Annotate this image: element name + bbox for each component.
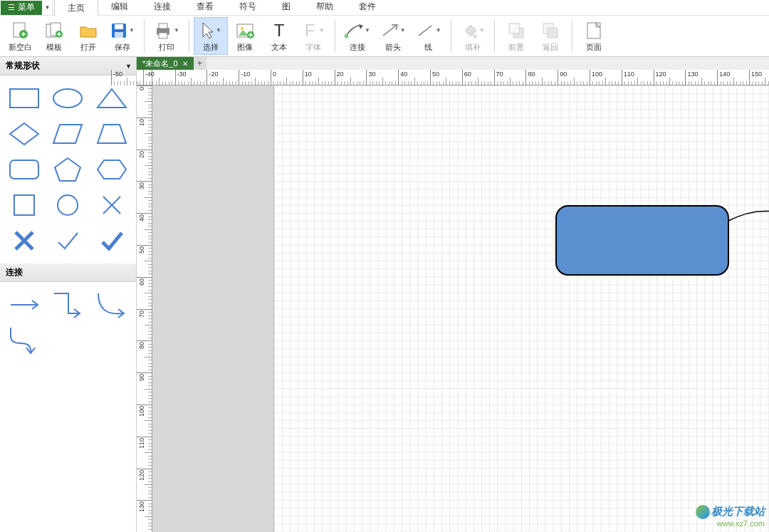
toolbar-select-button[interactable]: ▼选择 (194, 17, 228, 55)
floppy-icon: ▼ (110, 20, 135, 41)
toolbar-image-button[interactable]: 图像 (228, 17, 262, 55)
svg-rect-9 (159, 24, 167, 28)
svg-point-12 (241, 27, 244, 30)
back-icon (542, 20, 559, 41)
workspace: 常规形状 ▾ 连接 (0, 57, 769, 532)
caret-down-icon: ▾ (127, 62, 130, 70)
shape-square[interactable] (6, 191, 43, 219)
page[interactable] (273, 85, 769, 532)
canvas-connector-curve[interactable] (727, 207, 769, 285)
document-tab[interactable]: *未命名_0 ✕ (137, 57, 194, 70)
connector-s-curve[interactable] (6, 326, 43, 355)
watermark-text: 极光下载站 (711, 505, 765, 517)
toolbar-label: 返回 (543, 42, 558, 53)
shape-hexagon[interactable] (93, 155, 130, 184)
toolbar-connect-button[interactable]: ▼连接 (340, 17, 375, 55)
toolbar-arrow-button[interactable]: ▼箭头 (375, 17, 411, 55)
dropdown-icon: ▼ (400, 27, 406, 33)
ruler-vertical: 0102030405060708090100110120130140150 (137, 85, 152, 532)
connector-elbow[interactable] (50, 291, 87, 319)
menu-tab-0[interactable]: 主页 (54, 0, 98, 16)
toolbar-label: 连接 (350, 42, 365, 53)
shape-x-bold[interactable] (6, 226, 43, 255)
canvas-shape-rounded-rect[interactable] (555, 205, 729, 276)
shape-circle[interactable] (50, 191, 87, 219)
menu-tab-5[interactable]: 图 (269, 0, 303, 16)
svg-rect-10 (159, 33, 167, 38)
svg-marker-28 (98, 125, 126, 143)
toolbar-line-button[interactable]: ▼线 (411, 17, 446, 55)
shape-diamond[interactable] (6, 120, 43, 148)
svg-marker-31 (98, 160, 126, 179)
toolbar-save-button[interactable]: ▼保存 (105, 17, 140, 55)
svg-rect-29 (10, 160, 38, 179)
fill-icon: ▼ (461, 20, 485, 41)
app-menu-button[interactable]: 菜单 (1, 1, 42, 15)
menu-tab-6[interactable]: 帮助 (303, 0, 346, 16)
add-tab-button[interactable]: + (194, 57, 206, 70)
toolbar-template-button[interactable]: 模板 (37, 17, 71, 55)
menu-dropdown-icon[interactable]: ▼ (43, 1, 53, 15)
svg-rect-16 (345, 34, 348, 38)
shape-trapezoid[interactable] (93, 120, 130, 148)
shapes-panel-title: 常规形状 (6, 60, 40, 72)
menu-tab-7[interactable]: 套件 (346, 0, 389, 16)
dropdown-icon: ▼ (216, 27, 221, 33)
toolbar-label: 线 (424, 42, 432, 53)
svg-rect-32 (14, 195, 34, 215)
menu-tab-1[interactable]: 编辑 (98, 0, 141, 16)
toolbar-page-button[interactable]: 页面 (577, 17, 611, 55)
toolbar-separator (572, 20, 572, 52)
shape-ellipse[interactable] (50, 84, 87, 113)
ruler-horizontal: -50-40-30-20-100102030405060708090100110… (152, 70, 769, 85)
svg-rect-6 (115, 24, 123, 29)
shapes-grid (0, 75, 136, 264)
toolbar-label: 填补 (465, 42, 481, 53)
menu-tab-3[interactable]: 查看 (184, 0, 226, 16)
toolbar-text-button[interactable]: T文本 (262, 17, 296, 55)
canvas-area: *未命名_0 ✕ + -50-40-30-20-1001020304050607… (137, 57, 769, 532)
toolbar-separator (144, 20, 145, 52)
shape-check-thin[interactable] (50, 226, 87, 255)
watermark: 极光下载站 www.xz7.com (696, 505, 765, 528)
toolbar-label: 模板 (46, 42, 62, 53)
svg-point-24 (53, 89, 82, 108)
svg-point-17 (473, 34, 477, 38)
canvas[interactable] (152, 85, 769, 532)
dropdown-icon: ▼ (174, 27, 179, 33)
toolbar-new-blank-button[interactable]: 新空白 (3, 17, 37, 55)
connector-curve[interactable] (93, 291, 130, 319)
toolbar-separator (494, 20, 495, 52)
shape-rounded-rect[interactable] (6, 155, 43, 184)
svg-marker-30 (55, 158, 80, 181)
toolbar: 新空白模板打开▼保存▼打印▼选择图像T文本F▼字体▼连接▼箭头▼线▼填补前置返回… (0, 16, 769, 57)
image-icon (236, 20, 254, 41)
toolbar-separator (451, 20, 451, 52)
font-icon: F▼ (302, 20, 325, 41)
toolbar-label: 箭头 (385, 42, 401, 53)
toolbar-label: 图像 (237, 42, 253, 53)
toolbar-open-button[interactable]: 打开 (71, 17, 105, 55)
svg-marker-27 (53, 125, 82, 143)
toolbar-label: 前置 (508, 42, 524, 53)
toolbar-font-button: F▼字体 (296, 17, 330, 55)
connections-panel-title: 连接 (6, 266, 23, 278)
connector-arrow[interactable] (6, 291, 43, 319)
toolbar-label: 保存 (115, 42, 130, 53)
toolbar-label: 文本 (271, 42, 287, 53)
connections-panel-header[interactable]: 连接 (0, 264, 136, 282)
menu-tab-2[interactable]: 连接 (141, 0, 184, 16)
shape-parallelogram[interactable] (50, 120, 87, 148)
svg-rect-7 (115, 32, 123, 38)
printer-icon: ▼ (154, 20, 179, 41)
shape-pentagon[interactable] (50, 155, 87, 184)
shape-triangle[interactable] (93, 84, 130, 113)
menu-tab-4[interactable]: 符号 (226, 0, 269, 16)
toolbar-print-button[interactable]: ▼打印 (149, 17, 184, 55)
close-icon[interactable]: ✕ (182, 60, 188, 68)
shape-x-thin[interactable] (93, 191, 130, 219)
watermark-url: www.xz7.com (696, 519, 765, 528)
shape-check-bold[interactable] (93, 226, 130, 255)
connections-grid (0, 282, 136, 363)
shape-rectangle[interactable] (6, 84, 43, 113)
